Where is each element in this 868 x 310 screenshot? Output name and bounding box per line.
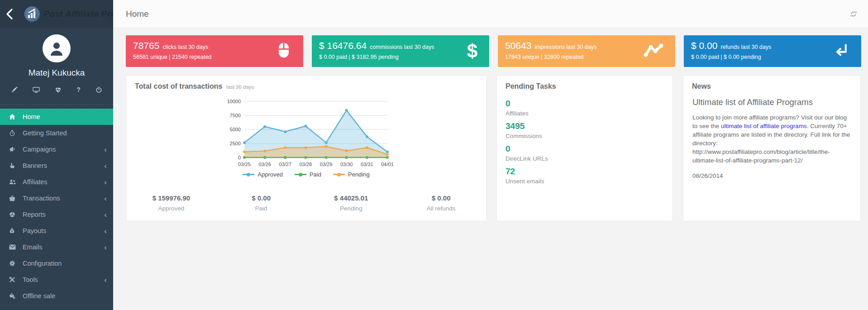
task-affiliates-value[interactable]: 0 [506,99,664,109]
submenu-chevron-icon: ‹ [104,162,107,170]
menu-label: Banners [23,162,104,169]
stat-cards-row: 78765 clicks last 30 days 56581 unique |… [126,35,861,67]
legend-pending: Pending [333,171,370,178]
task-unsent-emails-value[interactable]: 72 [506,167,664,176]
pending-tasks-body: 0 Affiliates 3495 Commissions 0 DirecLin… [497,91,672,185]
heartbeat-icon[interactable] [55,86,62,93]
hand-pointer-icon [9,162,23,169]
legend-paid: Paid [295,171,321,178]
submenu-chevron-icon: ‹ [104,178,107,186]
task-unsent-emails-label: Unsent emails [506,178,664,185]
legend-marker-approved [243,174,254,175]
svg-text:03/29: 03/29 [320,162,332,167]
sidebar-item-transactions[interactable]: Transactions ‹ [0,190,113,206]
line-chart-icon [644,43,663,60]
menu-label: Getting Started [23,129,107,137]
transactions-line-chart: 02500500075001000003/2503/2603/2703/2803… [218,97,395,170]
sidebar-item-banners[interactable]: Banners ‹ [0,157,113,174]
commissions-label: commissions last 30 days [370,44,434,50]
news-article-date: 08/26/2014 [692,172,851,179]
total-all-refunds-value: $ 0.00 [396,194,486,202]
submenu-chevron-icon: ‹ [104,211,107,219]
task-affiliates: 0 Affiliates [506,99,664,117]
task-commissions-value[interactable]: 3495 [506,121,664,131]
task-commissions-label: Commissions [506,133,664,139]
monitor-icon[interactable] [33,86,40,93]
quick-actions-row: ? [0,86,113,93]
legend-marker-pending [333,174,345,175]
news-article-text: Looking to join more affiliate programs?… [692,113,851,165]
total-paid-value: $ 0.00 [216,194,306,202]
pending-tasks-title: Pending Tasks [506,82,556,90]
menu-label: Campaigns [23,146,104,153]
news-header: News [683,76,860,91]
legend-marker-paid [295,174,306,175]
sidebar-item-offline-sale[interactable]: Offline sale [0,288,113,304]
commissions-sub: $ 0.00 paid | $ 3182.95 pending [319,54,482,60]
svg-text:2500: 2500 [229,141,240,146]
sidebar-item-payouts[interactable]: $ Payouts ‹ [0,223,113,239]
panels-row: Total cost of transactions last 30 days … [126,75,861,221]
home-icon [9,114,23,120]
svg-text:10000: 10000 [227,99,241,104]
news-article-link[interactable]: ultimate list of affiliate programs [721,123,807,129]
svg-text:03/26: 03/26 [258,162,271,167]
question-icon[interactable]: ? [76,86,81,93]
svg-text:03/25: 03/25 [238,162,251,167]
menu-label: Home [23,113,107,120]
mouse-icon [276,41,291,62]
menu-label: Payouts [23,227,104,234]
submenu-chevron-icon: ‹ [104,243,107,251]
sidebar-item-getting-started[interactable]: Getting Started [0,125,113,141]
sidebar-item-configuration[interactable]: Configuration [0,255,113,272]
clicks-stat-card[interactable]: 78765 clicks last 30 days 56581 unique |… [126,35,303,67]
sidebar-header: Post Affiliate Pro [0,0,113,28]
main-area: Home 78765 clicks last 30 days 56 [113,0,868,310]
impressions-stat-card[interactable]: 50643 impressions last 30 days 17843 uni… [498,35,675,67]
legend-label: Paid [310,171,321,178]
clicks-value: 78765 [133,40,159,51]
sidebar-item-emails[interactable]: Emails ‹ [0,239,113,255]
app-logo[interactable]: Post Affiliate Pro [24,6,116,22]
task-direclink-urls: 0 DirecLink URLs [506,144,664,162]
refunds-stat-card[interactable]: $ 0.00 refunds last 30 days $ 0.00 paid … [684,35,861,67]
top-bar: Home [113,0,868,28]
total-approved: $ 159976.90 Approved [126,194,216,212]
svg-text:03/28: 03/28 [299,162,312,167]
page-title: Home [126,9,850,19]
svg-text:5000: 5000 [229,127,240,132]
basket-icon [9,195,23,201]
pencil-icon[interactable] [11,86,18,93]
svg-text:0: 0 [238,155,240,160]
svg-text:03/27: 03/27 [279,162,291,167]
sidebar-menu: Home Getting Started Campaigns ‹ [0,109,113,304]
task-direclink-urls-value[interactable]: 0 [506,144,664,154]
profile-section: Matej Kukucka [0,28,113,105]
sidebar-item-campaigns[interactable]: Campaigns ‹ [0,141,113,157]
refunds-label: refunds last 30 days [720,44,771,50]
user-name: Matej Kukucka [0,68,113,78]
cart-gear-icon [9,293,23,299]
svg-text:03/31: 03/31 [361,162,373,167]
logo-growth-icon [24,6,40,22]
sidebar-item-tools[interactable]: Tools ‹ [0,272,113,288]
task-unsent-emails: 72 Unsent emails [506,167,664,185]
stopwatch-icon [9,130,23,136]
impressions-value: 50643 [505,40,531,51]
task-direclink-urls-label: DirecLink URLs [506,155,664,162]
sidebar-item-reports[interactable]: Reports ‹ [0,206,113,223]
power-icon[interactable] [95,86,102,93]
collapse-sidebar-button[interactable] [5,5,14,23]
menu-label: Emails [23,243,104,251]
sidebar-item-home[interactable]: Home [0,109,113,125]
transactions-chart-block: 02500500075001000003/2503/2603/2703/2803… [218,97,395,178]
refresh-button[interactable] [850,10,857,18]
transactions-panel: Total cost of transactions last 30 days … [126,75,486,221]
commissions-stat-card[interactable]: $ 16476.64 commissions last 30 days $ 0.… [312,35,489,67]
gear-icon [9,260,23,267]
sidebar: Post Affiliate Pro Matej Kukucka [0,0,113,310]
legend-label: Pending [348,171,370,178]
sidebar-item-affiliates[interactable]: Affiliates ‹ [0,174,113,190]
transactions-totals-row: $ 159976.90 Approved $ 0.00 Paid $ 44025… [126,194,486,221]
menu-label: Affiliates [23,178,104,186]
